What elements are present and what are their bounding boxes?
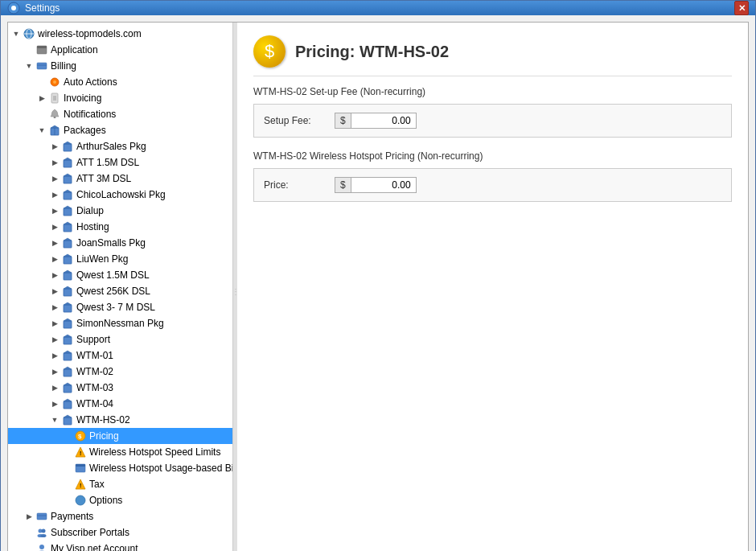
svg-marker-50 (64, 383, 72, 385)
tree-item-label: WTM-01 (76, 350, 113, 361)
sidebar-item-payments[interactable]: Payments (8, 508, 232, 524)
sidebar-item-arthursales-pkg[interactable]: ArthurSales Pkg (8, 138, 232, 154)
sidebar-item-application[interactable]: Application (8, 42, 232, 58)
sidebar-item-my-visp-account[interactable]: My Visp.net Account (8, 541, 232, 551)
tree-item-label: WTM-HS-02 (76, 414, 130, 426)
sidebar-item-chicolachowski-pkg[interactable]: ChicoLachowski Pkg (8, 187, 232, 203)
sidebar-item-simonnessmann-pkg[interactable]: SimonNessman Pkg (8, 315, 232, 331)
tree-arrow (48, 365, 61, 378)
svg-rect-31 (64, 241, 72, 248)
page-title: Pricing: WTM-HS-02 (295, 43, 449, 61)
my-visp-account-icon (35, 542, 48, 551)
sidebar-item-wireless-hotspot-usage[interactable]: Wireless Hotspot Usage-based Billing (8, 460, 232, 476)
tree-arrow (48, 220, 61, 233)
tree-arrow (48, 349, 61, 362)
svg-rect-29 (64, 224, 72, 232)
svg-point-10 (53, 80, 56, 84)
tree-item-label: Options (89, 495, 122, 506)
sidebar-item-dialup[interactable]: Dialup (8, 203, 232, 219)
svg-rect-15 (54, 117, 56, 118)
svg-rect-21 (64, 160, 72, 167)
wireless-topmodels-icon (23, 27, 35, 40)
tree-item-label: WTM-03 (76, 382, 113, 393)
setup-fee-input[interactable] (351, 113, 416, 128)
tree-item-label: LiuWen Pkg (76, 253, 128, 265)
sidebar-item-tax[interactable]: !Tax (8, 476, 232, 492)
sidebar-item-pricing[interactable]: $Pricing (8, 428, 232, 444)
sidebar-item-options[interactable]: Options (8, 492, 232, 508)
sidebar-item-wtm-04[interactable]: WTM-04 (8, 396, 232, 412)
setup-fee-section: WTM-HS-02 Set-up Fee (Non-recurring) Set… (253, 86, 732, 138)
sidebar-item-support[interactable]: Support (8, 331, 232, 347)
sidebar-item-liuwen-pkg[interactable]: LiuWen Pkg (8, 251, 232, 267)
tree-item-label: Packages (64, 125, 106, 136)
tree-item-label: Auto Actions (64, 76, 117, 88)
tree-item-label: Qwest 3- 7 M DSL (76, 302, 155, 313)
tree-arrow (35, 92, 48, 105)
sidebar-item-qwest-256k-dsl[interactable]: Qwest 256K DSL (8, 283, 232, 299)
svg-rect-39 (64, 305, 72, 312)
sidebar-item-qwest-15m-dsl[interactable]: Qwest 1.5M DSL (8, 267, 232, 283)
setup-fee-section-content: Setup Fee: $ (253, 104, 732, 138)
pricing-section: WTM-HS-02 Wireless Hotspot Pricing (Non-… (253, 150, 732, 202)
svg-marker-40 (64, 302, 72, 305)
tree-item-label: Billing (51, 60, 76, 72)
simonnessmann-pkg-icon (61, 317, 74, 330)
setup-fee-row: Setup Fee: $ (264, 113, 721, 129)
pricing-icon: $ (74, 430, 87, 442)
svg-marker-38 (64, 286, 72, 289)
svg-rect-6 (37, 46, 47, 48)
billing-icon (35, 60, 48, 72)
tree-item-label: Tax (89, 479, 105, 490)
sidebar-item-wtm-hs-02[interactable]: WTM-HS-02 (8, 412, 232, 428)
sidebar-item-wireless-topmodels[interactable]: wireless-topmodels.com (8, 26, 232, 42)
sidebar-item-wtm-01[interactable]: WTM-01 (8, 347, 232, 364)
tree-arrow (48, 140, 61, 153)
sidebar-item-wireless-hotspot-speed[interactable]: !Wireless Hotspot Speed Limits (8, 444, 232, 460)
sidebar-item-qwest-3-7m-dsl[interactable]: Qwest 3- 7 M DSL (8, 299, 232, 315)
svg-marker-26 (64, 190, 72, 192)
svg-point-67 (41, 534, 47, 537)
tree-arrow (10, 27, 23, 40)
price-input[interactable] (351, 178, 416, 192)
svg-marker-34 (64, 254, 72, 257)
wtm-hs-02-icon (61, 413, 74, 426)
wtm-01-icon (61, 349, 74, 362)
tree-item-label: Dialup (76, 205, 104, 216)
sidebar-item-wtm-03[interactable]: WTM-03 (8, 380, 232, 396)
sidebar-item-packages[interactable]: Packages (8, 122, 232, 138)
pricing-section-content: Price: $ (253, 168, 732, 202)
sidebar-item-auto-actions[interactable]: Auto Actions (8, 74, 232, 90)
tree-arrow (48, 253, 61, 265)
app-icon (7, 2, 20, 14)
notifications-icon (48, 108, 61, 121)
wireless-hotspot-speed-icon: ! (74, 446, 87, 458)
sidebar-item-att-15m-dsl[interactable]: ATT 1.5M DSL (8, 154, 232, 171)
sidebar-item-billing[interactable]: Billing (8, 58, 232, 74)
sidebar-item-joansmalls-pkg[interactable]: JoanSmalls Pkg (8, 235, 232, 251)
window-body: wireless-topmodels.comApplicationBilling… (1, 15, 755, 551)
svg-marker-54 (64, 415, 72, 417)
svg-rect-41 (64, 321, 72, 328)
support-icon (61, 333, 74, 346)
svg-point-65 (42, 529, 46, 533)
window-close-button[interactable]: ✕ (734, 1, 749, 15)
sidebar-item-wtm-02[interactable]: WTM-02 (8, 364, 232, 380)
svg-rect-62 (37, 513, 47, 520)
svg-rect-51 (64, 401, 72, 409)
liuwen-pkg-icon (61, 253, 74, 265)
content-area: $ Pricing: WTM-HS-02 WTM-HS-02 Set-up Fe… (237, 23, 748, 551)
svg-rect-53 (64, 417, 72, 425)
sidebar-item-att-3m-dsl[interactable]: ATT 3M DSL (8, 171, 232, 187)
svg-rect-19 (64, 144, 72, 151)
tree-item-label: ATT 3M DSL (76, 173, 131, 184)
tree-arrow (23, 60, 35, 72)
sidebar-item-subscriber-portals[interactable]: Subscriber Portals (8, 524, 232, 541)
tree-item-label: Payments (51, 511, 93, 522)
pricing-section-title: WTM-HS-02 Wireless Hotspot Pricing (Non-… (253, 150, 732, 162)
sidebar-item-invoicing[interactable]: Invoicing (8, 90, 232, 106)
sidebar-item-notifications[interactable]: Notifications (8, 106, 232, 122)
sidebar-item-hosting[interactable]: Hosting (8, 219, 232, 235)
main-area: wireless-topmodels.comApplicationBilling… (7, 22, 749, 551)
svg-marker-36 (64, 270, 72, 273)
